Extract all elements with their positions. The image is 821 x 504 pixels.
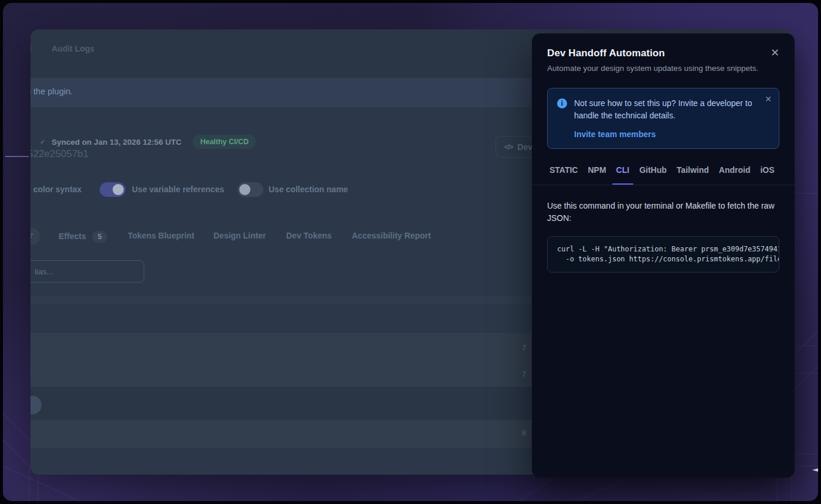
healthy-cicd-badge: Healthy CI/CD bbox=[193, 135, 256, 149]
code-line-2: -o tokens.json https://console.prismtoke… bbox=[557, 254, 769, 264]
tab-accessibility-report[interactable]: Accessibility Report bbox=[352, 231, 431, 240]
plugin-banner-text: g the plugin. bbox=[30, 87, 73, 96]
sync-status-text: Synced on Jan 13, 2026 12:56 UTC bbox=[52, 138, 181, 147]
dev-button-label: Dev bbox=[517, 142, 532, 152]
dismiss-info-icon[interactable]: ✕ bbox=[765, 94, 772, 104]
info-icon: i bbox=[557, 98, 567, 108]
tab-effects[interactable]: Effects5 bbox=[59, 231, 107, 243]
invite-info-callout: i Not sure how to set this up? Invite a … bbox=[547, 88, 779, 149]
export-format-tabs: STATIC NPM CLI GitHub Tailwind Android i… bbox=[532, 165, 795, 185]
tab-cli[interactable]: CLI bbox=[616, 165, 630, 176]
code-brackets-icon: </> bbox=[504, 143, 513, 151]
check-icon: ✓ bbox=[40, 138, 46, 146]
row-value: 7 bbox=[522, 370, 526, 379]
tab-github[interactable]: GitHub bbox=[639, 165, 667, 176]
toggle-knob bbox=[113, 184, 124, 195]
tab-ios[interactable]: iOS bbox=[760, 165, 774, 176]
desktop-background: d Audit Logs Ioan Natar Aquarium g the p… bbox=[3, 3, 818, 501]
tab-android[interactable]: Android bbox=[719, 165, 751, 176]
close-icon[interactable]: ✕ bbox=[771, 47, 779, 58]
color-syntax-label: e color syntax bbox=[30, 185, 82, 194]
dev-handoff-panel: Dev Handoff Automation ✕ Automate your d… bbox=[532, 33, 795, 478]
row-value: 8 bbox=[522, 428, 526, 437]
nav-item-audit-logs[interactable]: Audit Logs bbox=[52, 44, 94, 53]
tab-effects-label: Effects bbox=[59, 231, 86, 241]
info-text: Not sure how to set this up? Invite a de… bbox=[574, 97, 759, 121]
row-value: 7 bbox=[522, 343, 526, 352]
tab-npm[interactable]: NPM bbox=[588, 165, 606, 176]
clipped-count-badge: 7 bbox=[30, 227, 40, 245]
invite-team-members-link[interactable]: Invite team members bbox=[574, 130, 769, 139]
cli-command-snippet: curl -L -H "Authorization: Bearer prsm_e… bbox=[547, 236, 779, 273]
tab-tokens-blueprint[interactable]: Tokens Blueprint bbox=[128, 231, 194, 240]
code-line-1: curl -L -H "Authorization: Bearer prsm_e… bbox=[557, 244, 769, 254]
collection-name-toggle[interactable] bbox=[238, 182, 263, 197]
effects-count-badge: 5 bbox=[92, 231, 108, 243]
sync-status-row: ✓ Synced on Jan 13, 2026 12:56 UTC Healt… bbox=[40, 135, 256, 149]
panel-title: Dev Handoff Automation bbox=[547, 47, 665, 59]
panel-subtitle: Automate your design system updates usin… bbox=[547, 64, 779, 73]
tab-dev-tokens[interactable]: Dev Tokens bbox=[286, 231, 332, 240]
tab-design-linter[interactable]: Design Linter bbox=[213, 231, 266, 240]
cli-instruction-text: Use this command in your terminal or Mak… bbox=[547, 200, 778, 224]
file-hash: 522e25057b1 bbox=[30, 148, 89, 160]
collection-name-label: Use collection name bbox=[269, 185, 348, 194]
tab-static[interactable]: STATIC bbox=[549, 165, 578, 176]
toggle-knob bbox=[239, 184, 250, 195]
tab-tailwind[interactable]: Tailwind bbox=[677, 165, 709, 176]
variable-references-toggle[interactable] bbox=[100, 182, 125, 197]
nav-item-clipped[interactable]: d bbox=[30, 44, 32, 53]
panel-header: Dev Handoff Automation ✕ bbox=[547, 47, 779, 59]
variable-references-label: Use variable references bbox=[132, 185, 224, 194]
search-input[interactable] bbox=[30, 260, 144, 282]
